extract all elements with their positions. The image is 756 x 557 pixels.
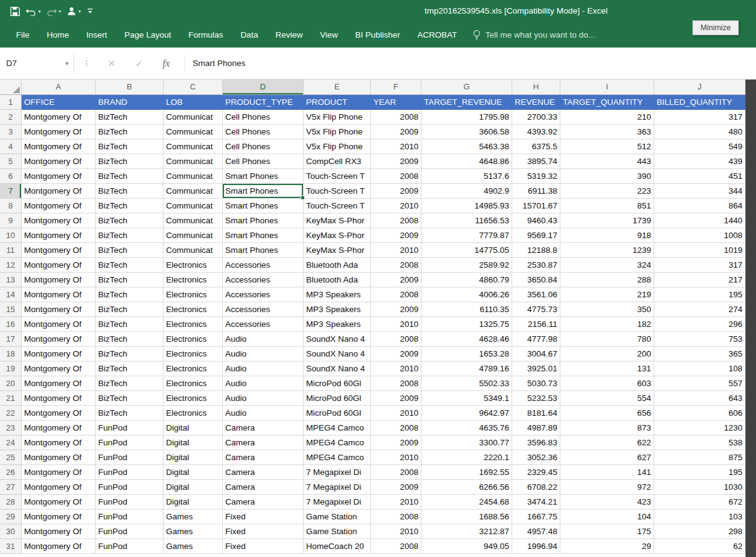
- cell-I10[interactable]: 918: [560, 228, 654, 243]
- cell-A17[interactable]: Montgomery Of: [22, 332, 96, 347]
- cell-J2[interactable]: 317: [654, 110, 746, 125]
- cell-D5[interactable]: Cell Phones: [223, 154, 304, 169]
- cell-E30[interactable]: Game Station: [304, 524, 371, 539]
- cell-F18[interactable]: 2009: [371, 347, 422, 361]
- cell-B12[interactable]: BizTech: [96, 258, 164, 273]
- cell-H11[interactable]: 12188.8: [512, 243, 560, 258]
- cell-I23[interactable]: 873: [560, 421, 654, 435]
- cell-D18[interactable]: Audio: [223, 347, 304, 361]
- row-header-30[interactable]: 30: [0, 524, 22, 539]
- cell-I3[interactable]: 363: [560, 125, 654, 139]
- cell-H3[interactable]: 4393.92: [512, 125, 560, 139]
- cell-H25[interactable]: 3052.36: [512, 450, 560, 465]
- formula-bar-resize-handle[interactable]: ⁝: [85, 59, 88, 68]
- row-header-18[interactable]: 18: [0, 347, 22, 361]
- row-header-27[interactable]: 27: [0, 480, 22, 495]
- cell-D28[interactable]: Camera: [223, 495, 304, 510]
- cell-C10[interactable]: Communicat: [164, 228, 223, 243]
- cell-D17[interactable]: Audio: [223, 332, 304, 347]
- col-header-F[interactable]: F: [371, 80, 422, 94]
- cell-I18[interactable]: 200: [560, 347, 654, 361]
- cell-G21[interactable]: 5349.1: [422, 391, 512, 406]
- cell-B30[interactable]: FunPod: [96, 524, 164, 539]
- cell-G30[interactable]: 3212.87: [422, 524, 512, 539]
- cell-C5[interactable]: Communicat: [164, 154, 223, 169]
- cell-I2[interactable]: 210: [560, 110, 654, 125]
- cell-H8[interactable]: 15701.67: [512, 199, 560, 213]
- cell-C30[interactable]: Games: [164, 524, 223, 539]
- cell-C16[interactable]: Electronics: [164, 317, 223, 332]
- tab-file[interactable]: File: [7, 22, 38, 47]
- cell-G26[interactable]: 1692.55: [422, 465, 512, 480]
- cell-E1[interactable]: PRODUCT: [304, 95, 371, 110]
- cell-J27[interactable]: 1030: [654, 480, 746, 495]
- cell-E3[interactable]: V5x Flip Phone: [304, 125, 371, 139]
- cell-I20[interactable]: 603: [560, 376, 654, 391]
- cell-E8[interactable]: Touch-Screen T: [304, 199, 371, 213]
- cell-I27[interactable]: 972: [560, 480, 654, 495]
- cell-I12[interactable]: 324: [560, 258, 654, 273]
- cell-J29[interactable]: 103: [654, 510, 746, 524]
- cell-F26[interactable]: 2008: [371, 465, 422, 480]
- cell-H14[interactable]: 3561.06: [512, 287, 560, 302]
- col-header-C[interactable]: C: [164, 80, 223, 94]
- cell-B17[interactable]: BizTech: [96, 332, 164, 347]
- cell-E22[interactable]: MicroPod 60Gl: [304, 406, 371, 421]
- cell-E5[interactable]: CompCell RX3: [304, 154, 371, 169]
- cell-C4[interactable]: Communicat: [164, 139, 223, 154]
- cell-F16[interactable]: 2010: [371, 317, 422, 332]
- cell-J20[interactable]: 557: [654, 376, 746, 391]
- cell-D31[interactable]: Fixed: [223, 539, 304, 554]
- cell-C18[interactable]: Electronics: [164, 347, 223, 361]
- cell-I16[interactable]: 182: [560, 317, 654, 332]
- cell-F5[interactable]: 2009: [371, 154, 422, 169]
- cell-B6[interactable]: BizTech: [96, 169, 164, 184]
- row-header-25[interactable]: 25: [0, 450, 22, 465]
- cell-I7[interactable]: 223: [560, 184, 654, 199]
- cell-C2[interactable]: Communicat: [164, 110, 223, 125]
- cell-H1[interactable]: REVENUE: [512, 95, 560, 110]
- cell-A24[interactable]: Montgomery Of: [22, 435, 96, 450]
- cell-I4[interactable]: 512: [560, 139, 654, 154]
- cell-A12[interactable]: Montgomery Of: [22, 258, 96, 273]
- cell-C24[interactable]: Digital: [164, 435, 223, 450]
- cell-I26[interactable]: 141: [560, 465, 654, 480]
- cell-J3[interactable]: 480: [654, 125, 746, 139]
- cell-F13[interactable]: 2009: [371, 273, 422, 287]
- cell-H7[interactable]: 6911.38: [512, 184, 560, 199]
- cell-H21[interactable]: 5232.53: [512, 391, 560, 406]
- cell-D6[interactable]: Smart Phones: [223, 169, 304, 184]
- cell-G28[interactable]: 2454.68: [422, 495, 512, 510]
- cell-J30[interactable]: 298: [654, 524, 746, 539]
- cell-E23[interactable]: MPEG4 Camco: [304, 421, 371, 435]
- cell-G22[interactable]: 9642.97: [422, 406, 512, 421]
- cell-D12[interactable]: Accessories: [223, 258, 304, 273]
- cell-D1[interactable]: PRODUCT_TYPE: [223, 95, 304, 110]
- cell-D25[interactable]: Camera: [223, 450, 304, 465]
- cell-A19[interactable]: Montgomery Of: [22, 361, 96, 376]
- cell-A5[interactable]: Montgomery Of: [22, 154, 96, 169]
- cell-B18[interactable]: BizTech: [96, 347, 164, 361]
- row-header-7[interactable]: 7: [0, 184, 22, 199]
- cell-D9[interactable]: Smart Phones: [223, 213, 304, 228]
- cell-J4[interactable]: 549: [654, 139, 746, 154]
- cell-F30[interactable]: 2010: [371, 524, 422, 539]
- name-box-dropdown-icon[interactable]: ▼: [64, 54, 70, 73]
- cell-F23[interactable]: 2008: [371, 421, 422, 435]
- cell-A25[interactable]: Montgomery Of: [22, 450, 96, 465]
- cell-I11[interactable]: 1239: [560, 243, 654, 258]
- cell-H18[interactable]: 3004.67: [512, 347, 560, 361]
- cell-H30[interactable]: 4957.48: [512, 524, 560, 539]
- cell-G12[interactable]: 2589.92: [422, 258, 512, 273]
- cell-J5[interactable]: 439: [654, 154, 746, 169]
- undo-dropdown-caret[interactable]: ▾: [38, 9, 41, 14]
- cell-J8[interactable]: 864: [654, 199, 746, 213]
- cell-E15[interactable]: MP3 Speakers: [304, 302, 371, 317]
- col-header-B[interactable]: B: [96, 80, 164, 94]
- cell-B27[interactable]: FunPod: [96, 480, 164, 495]
- row-header-13[interactable]: 13: [0, 273, 22, 287]
- cell-G27[interactable]: 6266.56: [422, 480, 512, 495]
- cancel-icon[interactable]: ✕: [107, 58, 115, 69]
- row-header-8[interactable]: 8: [0, 199, 22, 213]
- cell-F7[interactable]: 2009: [371, 184, 422, 199]
